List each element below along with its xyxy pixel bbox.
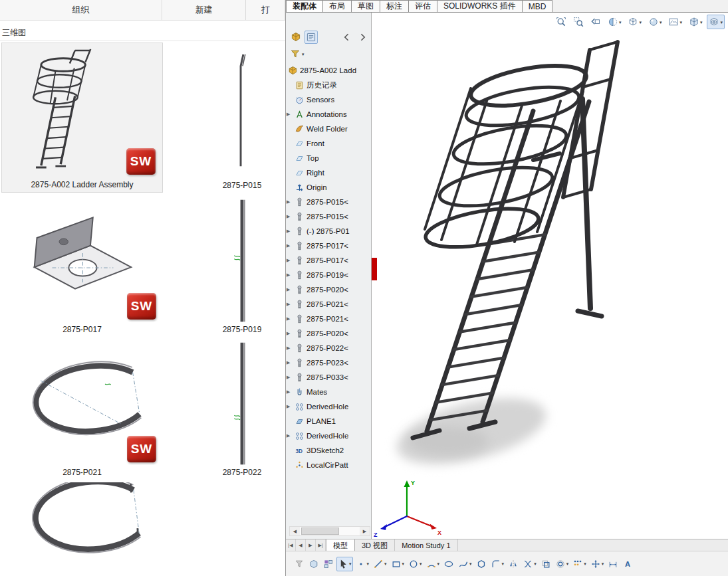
panel-forward-button[interactable] <box>356 31 369 44</box>
tree-item-right[interactable]: Right <box>286 165 371 180</box>
tree-filter[interactable]: ▾ <box>290 47 304 60</box>
expand-arrow-icon[interactable]: ▶ <box>287 229 290 234</box>
filter-tool-button[interactable] <box>293 557 306 571</box>
select-arrow-button[interactable]: ▾ <box>336 557 353 571</box>
expand-arrow-icon[interactable]: ▶ <box>287 199 290 205</box>
tree-item-2875-p019[interactable]: ▶2875-P019< <box>286 268 371 282</box>
tree-item-2875-p017[interactable]: ▶2875-P017< <box>286 239 371 253</box>
pattern-tool-button[interactable] <box>322 557 335 571</box>
expand-arrow-icon[interactable]: ▶ <box>287 331 290 336</box>
linear-pattern-tool-button[interactable]: ▾ <box>571 557 588 571</box>
tree-item-front[interactable]: Front <box>286 136 371 151</box>
expand-arrow-icon[interactable]: ▶ <box>287 302 290 307</box>
expand-arrow-icon[interactable]: ▶ <box>287 258 290 263</box>
tree-item-2875-p020[interactable]: ▶2875-P020< <box>286 326 371 341</box>
scroll-right-button[interactable]: ▶ <box>360 527 370 535</box>
tree-item-mates[interactable]: ▶Mates <box>286 385 371 399</box>
tree-item-localcirpatt[interactable]: LocalCirPatt <box>286 458 371 472</box>
hide-show-items-button[interactable]: ▾ <box>707 15 725 29</box>
edit-appearance-button[interactable]: ▾ <box>646 15 664 29</box>
dimension-tool-button[interactable] <box>606 557 620 571</box>
tree-item-2875-p020[interactable]: ▶2875-P020< <box>286 282 371 297</box>
document-tab-item[interactable]: 模型 <box>326 539 355 551</box>
command-tab-item[interactable]: 装配体 <box>286 0 323 12</box>
expand-arrow-icon[interactable]: ▶ <box>287 272 290 278</box>
tree-item-sensors[interactable]: Sensors <box>286 92 371 107</box>
panel-back-button[interactable] <box>340 31 354 44</box>
trim-tool-button[interactable]: ▾ <box>521 557 538 571</box>
expand-arrow-icon[interactable]: ▶ <box>287 389 290 395</box>
tree-item-derivedhole[interactable]: ▶DerivedHole <box>286 399 371 414</box>
tab-scroll-3[interactable]: ▶| <box>316 539 326 551</box>
rectangle-tool-button[interactable]: ▾ <box>390 557 406 571</box>
sketch-text-tool-button[interactable]: A <box>621 557 634 571</box>
command-tab-item[interactable]: 标注 <box>380 0 409 12</box>
tree-item-2875-a002-ladd[interactable]: 2875-A002 Ladd <box>286 63 371 78</box>
tree-item-2875-p01[interactable]: ▶(-) 2875-P01 <box>286 224 371 239</box>
tree-item-top[interactable]: Top <box>286 151 371 165</box>
tree-item-2875-p015[interactable]: ▶2875-P015< <box>286 195 371 209</box>
tree-item-weld-folder[interactable]: Weld Folder <box>286 122 371 136</box>
isolate-tool-button[interactable] <box>307 557 320 571</box>
tree-item-2875-p033[interactable]: ▶2875-P033< <box>286 370 371 385</box>
tree-item-2875-p015[interactable]: ▶2875-P015< <box>286 209 371 224</box>
model-viewport-canvas[interactable]: Y X Z <box>372 13 728 539</box>
zoom-fit-button[interactable] <box>554 15 568 29</box>
tree-item-2875-p021[interactable]: ▶2875-P021< <box>286 312 371 326</box>
graphics-viewport[interactable]: ▾▾▾▾▾▾ <box>371 13 728 539</box>
expand-arrow-icon[interactable]: ▶ <box>287 112 290 117</box>
browser-tab-item[interactable]: 新建 <box>162 0 247 20</box>
tree-horizontal-scrollbar[interactable]: ◀ ▶ <box>289 526 370 536</box>
apply-scene-button[interactable]: ▾ <box>666 15 684 29</box>
ladder-assembly-model[interactable] <box>413 42 618 438</box>
browser-tab-item[interactable]: 打 <box>246 0 285 20</box>
previous-view-button[interactable] <box>588 15 603 29</box>
file-item-2875-p019[interactable]: 2875-P019 <box>199 199 285 337</box>
tab-scroll-2[interactable]: ▶ <box>306 539 316 551</box>
scroll-thumb[interactable] <box>301 528 339 535</box>
tree-item-annotations[interactable]: ▶Annotations <box>286 107 371 122</box>
tree-item-2875-p021[interactable]: ▶2875-P021< <box>286 297 371 312</box>
expand-arrow-icon[interactable]: ▶ <box>287 287 290 292</box>
file-item-item[interactable] <box>1 482 163 576</box>
tree-item-2875-p023[interactable]: ▶2875-P023< <box>286 355 371 370</box>
tree-item-3dsketch2[interactable]: 3D3DSketch2 <box>286 443 371 458</box>
circle-tool-button[interactable]: ▾ <box>407 557 424 571</box>
file-item-2875-p022[interactable]: 2875-P022 <box>199 342 285 480</box>
command-tab-item[interactable]: 草图 <box>351 0 380 12</box>
section-view-button[interactable]: ▾ <box>606 15 624 29</box>
file-item-2875-p021[interactable]: SW2875-P021 <box>1 342 163 480</box>
expand-arrow-icon[interactable]: ▶ <box>287 345 290 351</box>
point-tool-button[interactable]: ▾ <box>354 557 371 571</box>
tree-item-2875-p022[interactable]: ▶2875-P022< <box>286 341 371 355</box>
command-tab-mbd[interactable]: MBD <box>522 0 553 12</box>
feature-tree-tab[interactable] <box>304 31 318 44</box>
ellipse-tool-button[interactable] <box>442 557 455 571</box>
tree-item-origin[interactable]: Origin <box>286 180 371 195</box>
fillet-tool-button[interactable]: ▾ <box>489 557 506 571</box>
tree-item-plane1[interactable]: PLANE1 <box>286 414 371 429</box>
expand-arrow-icon[interactable]: ▶ <box>287 433 290 438</box>
move-tool-button[interactable]: ▾ <box>589 557 606 571</box>
file-item-2875-a002-ladder-assembly[interactable]: SW2875-A002 Ladder Assembly <box>1 43 163 193</box>
display-style-button[interactable]: ▾ <box>626 15 644 29</box>
expand-arrow-icon[interactable]: ▶ <box>287 360 290 365</box>
tree-item-item[interactable]: 历史记录 <box>286 78 371 92</box>
expand-arrow-icon[interactable]: ▶ <box>287 404 290 409</box>
expand-arrow-icon[interactable]: ▶ <box>287 316 290 322</box>
polygon-tool-button[interactable] <box>475 557 488 571</box>
document-tab-motion-study-1[interactable]: Motion Study 1 <box>395 539 457 551</box>
tab-scroll-0[interactable]: |◀ <box>286 539 296 551</box>
convert-tool-button[interactable] <box>539 557 552 571</box>
command-tab-solidworks[interactable]: SOLIDWORKS 插件 <box>437 0 523 12</box>
arc-tool-button[interactable]: ▾ <box>425 557 441 571</box>
document-tab-3d[interactable]: 3D 视图 <box>355 539 395 551</box>
tree-item-derivedhole[interactable]: ▶DerivedHole <box>286 429 371 443</box>
line-tool-button[interactable]: ▾ <box>372 557 388 571</box>
scroll-left-button[interactable]: ◀ <box>290 527 300 535</box>
mirror-tool-button[interactable] <box>507 557 520 571</box>
zoom-area-button[interactable] <box>571 15 586 29</box>
file-item-2875-p015[interactable]: 2875-P015 <box>199 43 285 193</box>
file-item-2875-p017[interactable]: SW2875-P017 <box>1 199 163 337</box>
command-tab-item[interactable]: 评估 <box>408 0 437 12</box>
